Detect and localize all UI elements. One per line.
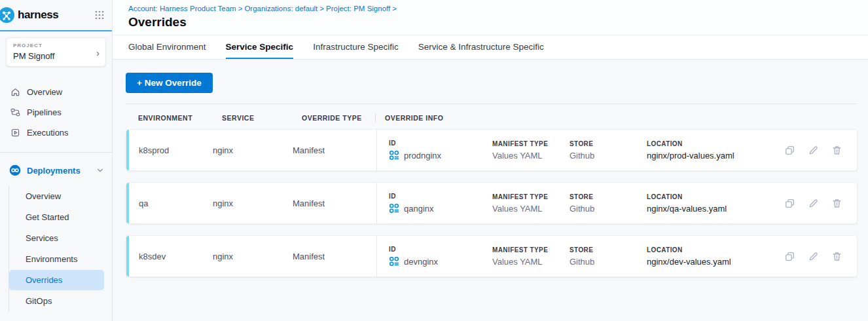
environment-cell: k8sprod [129, 145, 213, 155]
tab-service-infrastructure-specific[interactable]: Service & Infrastructure Specific [418, 35, 544, 59]
sidebar-nav: Overview Pipelines Executions [0, 75, 112, 143]
row-accent-stripe [126, 236, 129, 276]
store-value: Github [570, 257, 647, 267]
store-column: STORE Github [570, 140, 647, 160]
service-cell: nginx [213, 145, 293, 155]
new-override-button[interactable]: + New Override [126, 73, 213, 93]
manifest-type-label: MANIFEST TYPE [492, 246, 570, 254]
pencil-icon [808, 145, 819, 156]
manifest-type-column: MANIFEST TYPE Values YAML [492, 193, 570, 214]
manifest-type-value: Values YAML [492, 257, 570, 267]
store-column: STORE Github [570, 246, 647, 267]
delete-button[interactable] [831, 145, 842, 156]
sidebar-item-pipelines[interactable]: Pipelines [0, 102, 112, 123]
sidebar-module-deployments[interactable]: Deployments [0, 159, 112, 181]
project-name: PM Signoff [13, 51, 99, 61]
edit-button[interactable] [808, 198, 819, 209]
breadcrumb-project[interactable]: Project: PM Signoff [326, 5, 390, 12]
column-header-service: SERVICE [222, 114, 302, 122]
harness-logo[interactable]: harness [0, 7, 58, 24]
location-label: LOCATION [647, 193, 778, 200]
location-value: nginx/dev-values.yaml [647, 257, 778, 267]
column-header-environment: ENVIRONMENT [138, 114, 222, 122]
project-label: PROJECT [13, 43, 99, 48]
sidebar-item-environments[interactable]: Environments [9, 249, 104, 269]
manifest-type-column: MANIFEST TYPE Values YAML [492, 140, 570, 160]
copy-icon [784, 251, 795, 262]
sidebar-item-deployments-overview[interactable]: Overview [9, 186, 104, 206]
location-label: LOCATION [647, 140, 778, 147]
copy-button[interactable] [784, 198, 795, 209]
trash-icon [831, 251, 842, 262]
column-header-override-type: OVERRIDE TYPE [302, 114, 375, 122]
row-actions [778, 251, 857, 262]
sidebar-item-services[interactable]: Services [9, 228, 104, 248]
trash-icon [831, 198, 842, 209]
edit-button[interactable] [808, 145, 819, 156]
store-label: STORE [570, 193, 647, 200]
delete-button[interactable] [831, 198, 842, 209]
id-column: ID prodnginx [389, 140, 492, 160]
sidebar-item-label: Overview [27, 87, 62, 97]
id-label: ID [389, 193, 492, 200]
override-row: qa nginx Manifest ID qanginx MANIFEST TY… [126, 182, 858, 224]
id-text: devnginx [404, 257, 438, 267]
location-column: LOCATION nginx/prod-values.yaml [647, 140, 778, 160]
page-header: Account: Harness Product Team>Organizati… [113, 0, 868, 35]
harness-logo-text: harness [18, 9, 58, 22]
row-accent-stripe [126, 130, 129, 170]
overrides-content: + New Override ENVIRONMENT SERVICE OVERR… [113, 60, 868, 321]
executions-icon [10, 128, 20, 138]
id-label: ID [389, 140, 492, 147]
manifest-type-value: Values YAML [492, 204, 570, 214]
entity-id-icon [389, 256, 399, 267]
column-header-override-info: OVERRIDE INFO [385, 114, 443, 122]
delete-button[interactable] [831, 251, 842, 262]
row-actions [778, 198, 857, 209]
deployments-submenu: Overview Get Started Services Environmen… [9, 185, 112, 312]
sidebar-item-executions[interactable]: Executions [0, 123, 112, 143]
entity-id-icon [389, 150, 399, 160]
store-value: Github [570, 151, 647, 160]
id-label: ID [389, 246, 492, 253]
edit-button[interactable] [808, 251, 819, 262]
override-type-cell: Manifest [293, 252, 376, 261]
override-row: k8sprod nginx Manifest ID prodnginx MANI… [126, 129, 858, 171]
store-label: STORE [570, 246, 647, 254]
id-value: prodnginx [389, 150, 492, 160]
app-grid-icon[interactable] [95, 10, 104, 20]
tab-service-specific[interactable]: Service Specific [226, 35, 294, 59]
sidebar-item-label: Executions [27, 128, 69, 138]
location-label: LOCATION [647, 246, 778, 254]
override-scope-tabs: Global Environment Service Specific Infr… [113, 35, 868, 60]
store-column: STORE Github [570, 193, 647, 214]
sidebar-item-label: Pipelines [27, 107, 62, 117]
override-info-cell: ID prodnginx MANIFEST TYPE Values YAML S… [376, 130, 778, 170]
override-row: k8sdev nginx Manifest ID devnginx MANIFE… [126, 235, 858, 277]
home-icon [10, 87, 20, 97]
project-selector[interactable]: PROJECT PM Signoff › [7, 38, 105, 66]
service-cell: nginx [213, 252, 293, 261]
tab-infrastructure-specific[interactable]: Infrastructure Specific [313, 35, 399, 59]
location-value: nginx/prod-values.yaml [647, 151, 778, 160]
copy-button[interactable] [784, 145, 795, 156]
tab-global-environment[interactable]: Global Environment [128, 35, 206, 59]
sidebar-item-get-started[interactable]: Get Started [9, 207, 104, 227]
harness-logo-icon [0, 7, 15, 24]
id-column: ID qanginx [389, 193, 492, 214]
location-value: nginx/qa-values.yaml [647, 204, 778, 214]
sidebar-item-gitops[interactable]: GitOps [9, 291, 104, 311]
row-actions [778, 145, 857, 156]
store-value: Github [570, 204, 647, 214]
breadcrumb: Account: Harness Product Team>Organizati… [128, 5, 852, 12]
copy-button[interactable] [784, 251, 795, 262]
page-title: Overrides [128, 15, 852, 29]
sidebar-item-overrides[interactable]: Overrides [9, 270, 104, 290]
breadcrumb-separator: > [317, 5, 326, 12]
id-value: devnginx [389, 256, 492, 267]
breadcrumb-account[interactable]: Account: Harness Product Team [128, 5, 236, 12]
breadcrumb-organization[interactable]: Organizations: default [244, 5, 317, 12]
sidebar-item-overview[interactable]: Overview [0, 82, 112, 102]
id-value: qanginx [389, 203, 492, 214]
override-type-cell: Manifest [293, 198, 376, 208]
